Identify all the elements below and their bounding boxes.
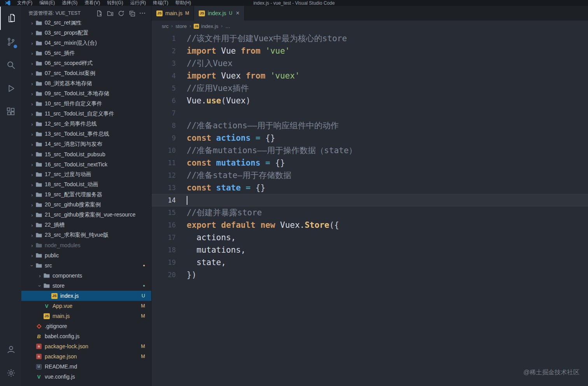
tree-folder-19_src_配置代理服务器[interactable]: ›19_src_配置代理服务器: [21, 190, 151, 200]
code-line-14[interactable]: 14: [152, 194, 588, 206]
chevron-down-icon[interactable]: ›: [29, 263, 35, 269]
code-line-13[interactable]: 13const state = {}: [152, 182, 588, 194]
code-line-4[interactable]: 4import Vuex from 'vuex': [152, 70, 588, 82]
code-line-10[interactable]: 10//准备mutations——用于操作数据（state）: [152, 144, 588, 157]
tree-folder-03_src_props配置[interactable]: ›03_src_props配置: [21, 28, 151, 38]
tree-folder-components[interactable]: ›components: [21, 271, 151, 281]
code-line-15[interactable]: 15//创建并暴露store: [152, 206, 588, 219]
tree-folder-02_src_ref属性[interactable]: ›02_src_ref属性: [21, 21, 151, 28]
tree-folder-15_src_TodoList_pubsub[interactable]: ›15_src_TodoList_pubsub: [21, 149, 151, 159]
code-line-19[interactable]: 19 state,: [152, 256, 588, 269]
menu-item[interactable]: 编辑(E): [36, 0, 58, 6]
chevron-right-icon[interactable]: ›: [29, 152, 35, 157]
chevron-right-icon[interactable]: ›: [37, 273, 43, 279]
tree-file-babel.config.js[interactable]: ›Bbabel.config.js: [21, 331, 151, 341]
tree-file-index.js[interactable]: ›JSindex.jsU: [21, 291, 151, 301]
code-line-11[interactable]: 11const mutations = {}: [152, 157, 588, 169]
chevron-right-icon[interactable]: ›: [29, 21, 35, 26]
tab-index.js[interactable]: JSindex.jsU×: [194, 6, 244, 21]
tree-folder-public[interactable]: ›public: [21, 250, 151, 260]
code-line-2[interactable]: 2import Vue from 'vue': [152, 45, 588, 57]
code-line-17[interactable]: 17 actions,: [152, 231, 588, 244]
tree-folder-22_插槽[interactable]: ›22_插槽: [21, 220, 151, 230]
tree-folder-16_src_TodoList_nextTick[interactable]: ›16_src_TodoList_nextTick: [21, 159, 151, 169]
chevron-right-icon[interactable]: ›: [29, 182, 35, 188]
tree-folder-05_src_插件[interactable]: ›05_src_插件: [21, 48, 151, 58]
code-line-1[interactable]: 1//该文件用于创建Vuex中最为核心的store: [152, 32, 588, 45]
menu-item[interactable]: 选择(S): [58, 0, 81, 6]
chevron-right-icon[interactable]: ›: [29, 141, 35, 147]
activity-account-button[interactable]: [0, 338, 21, 361]
code-line-20[interactable]: 20}): [152, 269, 588, 281]
tree-folder-08_浏览器本地存储[interactable]: ›08_浏览器本地存储: [21, 79, 151, 89]
tree-folder-11_src_TodoList_自定义事件[interactable]: ›11_src_TodoList_自定义事件: [21, 109, 151, 119]
more-actions-icon[interactable]: ···: [138, 9, 147, 18]
tree-folder-18_src_TodoList_动画[interactable]: ›18_src_TodoList_动画: [21, 180, 151, 190]
breadcrumb-item-store[interactable]: store: [175, 23, 187, 29]
new-file-icon[interactable]: [94, 9, 104, 18]
chevron-right-icon[interactable]: ›: [29, 40, 35, 46]
activity-search-button[interactable]: [0, 53, 21, 77]
chevron-right-icon[interactable]: ›: [29, 222, 35, 228]
code-line-6[interactable]: 6Vue.use(Vuex): [152, 94, 588, 107]
chevron-right-icon[interactable]: ›: [29, 202, 35, 208]
breadcrumb-item-src[interactable]: src: [162, 23, 168, 29]
tree-folder-07_src_TodoList案例[interactable]: ›07_src_TodoList案例: [21, 68, 151, 79]
tree-folder-21_src_github搜索案例_vue-resource[interactable]: ›21_src_github搜索案例_vue-resource: [21, 210, 151, 220]
tree-file-.gitignore[interactable]: ›.gitignore: [21, 321, 151, 331]
tree-folder-20_src_github搜索案例[interactable]: ›20_src_github搜索案例: [21, 200, 151, 210]
tree-file-main.js[interactable]: ›JSmain.jsM: [21, 311, 151, 321]
code-line-18[interactable]: 18 mutations,: [152, 244, 588, 256]
chevron-right-icon[interactable]: ›: [29, 81, 35, 87]
menu-item[interactable]: 文件(F): [14, 0, 36, 6]
tree-folder-node_modules[interactable]: ›node_modules: [21, 240, 151, 250]
chevron-right-icon[interactable]: ›: [29, 30, 35, 36]
chevron-right-icon[interactable]: ›: [29, 61, 35, 66]
breadcrumb-item-index.js[interactable]: JSindex.js: [194, 23, 218, 29]
chevron-right-icon[interactable]: ›: [29, 51, 35, 56]
activity-settings-button[interactable]: [0, 361, 21, 384]
activity-run-debug-button[interactable]: [0, 77, 21, 100]
chevron-right-icon[interactable]: ›: [29, 91, 35, 97]
tree-file-vue.config.js[interactable]: ›Vvue.config.js: [21, 372, 151, 382]
code-line-9[interactable]: 9const actions = {}: [152, 132, 588, 144]
chevron-right-icon[interactable]: ›: [29, 121, 35, 127]
tree-folder-06_src_scoped样式[interactable]: ›06_src_scoped样式: [21, 58, 151, 68]
tree-folder-14_src_消息订阅与发布[interactable]: ›14_src_消息订阅与发布: [21, 139, 151, 149]
tree-folder-store[interactable]: ›store●: [21, 281, 151, 291]
chevron-right-icon[interactable]: ›: [29, 111, 35, 117]
chevron-down-icon[interactable]: ›: [37, 283, 43, 289]
tree-folder-src[interactable]: ›src●: [21, 260, 151, 271]
code-line-3[interactable]: 3//引入Vuex: [152, 57, 588, 70]
chevron-right-icon[interactable]: ›: [29, 71, 35, 77]
menu-item[interactable]: 转到(G): [103, 0, 126, 6]
close-icon[interactable]: ×: [236, 10, 240, 16]
tree-file-package.json[interactable]: ›npackage.jsonM: [21, 351, 151, 362]
activity-explorer-button[interactable]: [0, 7, 21, 30]
tree-folder-04_src_mixin混入(合)[interactable]: ›04_src_mixin混入(合): [21, 38, 151, 48]
code-line-16[interactable]: 16export default new Vuex.Store({: [152, 219, 588, 231]
tree-folder-17_src_过度与动画[interactable]: ›17_src_过度与动画: [21, 169, 151, 180]
tab-main.js[interactable]: JSmain.jsM: [152, 6, 194, 21]
menu-item[interactable]: 终端(T): [149, 0, 172, 6]
code-area[interactable]: 1//该文件用于创建Vuex中最为核心的store2import Vue fro…: [152, 31, 588, 386]
tree-folder-12_src_全局事件总线[interactable]: ›12_src_全局事件总线: [21, 119, 151, 129]
chevron-right-icon[interactable]: ›: [29, 172, 35, 178]
menu-item[interactable]: 帮助(H): [172, 0, 195, 6]
code-line-5[interactable]: 5//应用Vuex插件: [152, 82, 588, 94]
chevron-right-icon[interactable]: ›: [29, 192, 35, 198]
chevron-right-icon[interactable]: ›: [29, 131, 35, 137]
code-line-7[interactable]: 7: [152, 107, 588, 119]
chevron-right-icon[interactable]: ›: [29, 253, 35, 258]
menu-item[interactable]: 查看(V): [81, 0, 103, 6]
menu-item[interactable]: 运行(R): [127, 0, 150, 6]
refresh-icon[interactable]: [116, 9, 126, 18]
tree-folder-09_src_TodoList_本地存储[interactable]: ›09_src_TodoList_本地存储: [21, 89, 151, 99]
tree-file-README.md[interactable]: ›MREADME.md: [21, 362, 151, 372]
activity-extensions-button[interactable]: [0, 100, 21, 123]
breadcrumb-item-…[interactable]: …: [225, 23, 230, 29]
tree-folder-23_src_求和案例_纯vue版[interactable]: ›23_src_求和案例_纯vue版: [21, 230, 151, 240]
tree-file-App.vue[interactable]: ›VApp.vueM: [21, 301, 151, 311]
chevron-right-icon[interactable]: ›: [29, 232, 35, 238]
code-line-8[interactable]: 8//准备actions——用于响应组件中的动作: [152, 119, 588, 132]
